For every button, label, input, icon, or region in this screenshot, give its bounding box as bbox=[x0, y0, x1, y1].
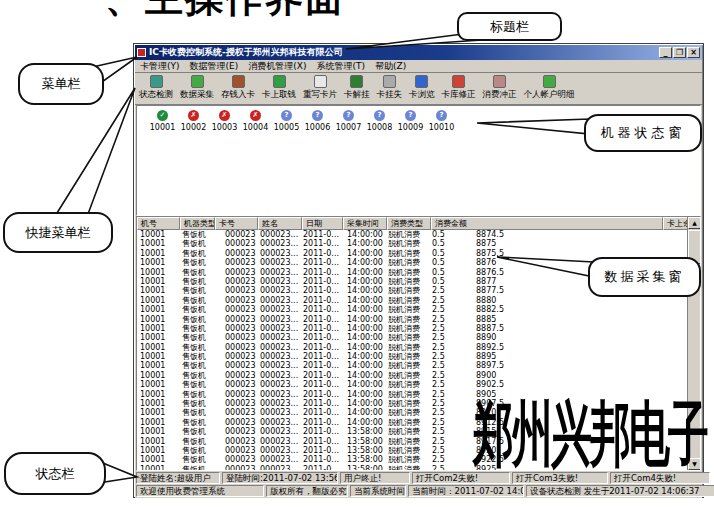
cell-machine-no: 10001 bbox=[137, 277, 179, 286]
table-header-cell[interactable]: 机器类型 bbox=[180, 217, 215, 230]
machine-status-item[interactable]: ✓ 10001 bbox=[147, 110, 178, 132]
cell-date: 2011-0... bbox=[300, 249, 344, 258]
cell-machine-type: 售饭机 bbox=[179, 343, 222, 352]
callout-machine-status: 机器状态窗 bbox=[584, 114, 702, 152]
table-row[interactable]: 10001 售饭机 000023 000023... 2011-0... 14:… bbox=[137, 333, 700, 342]
cell-card-no: 000023 bbox=[222, 455, 257, 464]
table-header-cell[interactable]: 日期 bbox=[302, 217, 343, 230]
cell-machine-type: 售饭机 bbox=[179, 352, 222, 361]
cell-date: 2011-0... bbox=[300, 437, 344, 446]
cell-collect-time: 14:00:00 bbox=[344, 371, 385, 380]
close-button[interactable]: × bbox=[687, 47, 700, 58]
minimize-button[interactable]: _ bbox=[659, 47, 672, 58]
machine-status-item[interactable]: ? 10009 bbox=[395, 110, 426, 132]
toolbar-button[interactable]: 状态检测 bbox=[137, 74, 175, 104]
menu-item[interactable]: 数据管理(E) bbox=[190, 60, 239, 73]
toolbar-button-label: 数据采集 bbox=[180, 89, 214, 101]
cell-card-no: 000023 bbox=[222, 268, 257, 277]
withdraw-from-card-icon bbox=[273, 75, 286, 88]
menu-item[interactable]: 帮助(Z) bbox=[375, 60, 406, 73]
machine-status-item[interactable]: ? 10005 bbox=[271, 110, 302, 132]
cell-name: 000023... bbox=[257, 446, 300, 455]
cell-machine-type: 售饭机 bbox=[179, 371, 222, 380]
cell-balance: 8902.5 bbox=[473, 380, 700, 389]
cell-card-no: 000023 bbox=[222, 315, 257, 324]
window-titlebar[interactable]: IC卡收费控制系统-授权于郑州兴邦科技有限公司 _ ❐ × bbox=[135, 45, 702, 60]
table-header-cell[interactable]: 姓名 bbox=[258, 217, 302, 230]
cell-consume-type: 脱机消费 bbox=[385, 296, 429, 305]
table-row[interactable]: 10001 售饭机 000023 000023... 2011-0... 14:… bbox=[137, 230, 700, 239]
cell-collect-time: 14:00:00 bbox=[344, 230, 385, 239]
machine-status-item[interactable]: ? 10008 bbox=[364, 110, 395, 132]
machine-id: 10003 bbox=[212, 123, 237, 132]
card-browse-icon bbox=[415, 75, 428, 88]
toolbar-button[interactable]: 卡挂失 bbox=[375, 74, 405, 104]
status-panel: 登陆姓名:超级用户 bbox=[136, 472, 220, 484]
machine-status-item[interactable]: ✗ 10004 bbox=[240, 110, 271, 132]
table-row[interactable]: 10001 售饭机 000023 000023... 2011-0... 14:… bbox=[137, 380, 700, 389]
table-row[interactable]: 10001 售饭机 000023 000023... 2011-0... 14:… bbox=[137, 371, 700, 380]
table-row[interactable]: 10001 售饭机 000023 000023... 2011-0... 14:… bbox=[137, 361, 700, 370]
callout-tail-shortcut-bar bbox=[57, 88, 135, 214]
machine-status-item[interactable]: ? 10010 bbox=[426, 110, 457, 132]
toolbar-button[interactable]: 卡解挂 bbox=[342, 74, 372, 104]
table-row[interactable]: 10001 售饭机 000023 000023... 2011-0... 14:… bbox=[137, 324, 700, 333]
toolbar-button[interactable]: 数据采集 bbox=[178, 74, 216, 104]
table-header-cell[interactable]: 消费类型 bbox=[387, 217, 431, 230]
menu-item[interactable]: 消费机管理(X) bbox=[248, 60, 306, 73]
cell-collect-time: 14:00:00 bbox=[344, 361, 385, 370]
table-row[interactable]: 10001 售饭机 000023 000023... 2011-0... 14:… bbox=[137, 352, 700, 361]
scroll-up-icon[interactable]: ▲ bbox=[688, 217, 701, 229]
table-row[interactable]: 10001 售饭机 000023 000023... 2011-0... 14:… bbox=[137, 296, 700, 305]
cell-machine-type: 售饭机 bbox=[179, 286, 222, 295]
cell-name: 000023... bbox=[257, 361, 300, 370]
cell-collect-time: 14:00:00 bbox=[344, 286, 385, 295]
table-row[interactable]: 10001 售饭机 000023 000023... 2011-0... 14:… bbox=[137, 343, 700, 352]
cell-card-no: 000023 bbox=[222, 380, 257, 389]
cell-date: 2011-0... bbox=[300, 380, 344, 389]
table-header-cell[interactable]: 采集时间 bbox=[343, 217, 387, 230]
menu-item[interactable]: 卡管理(Y) bbox=[140, 60, 180, 73]
toolbar-button[interactable]: 卡库修正 bbox=[440, 74, 478, 104]
toolbar-button[interactable]: 个人帐户明细 bbox=[522, 74, 577, 104]
cell-collect-time: 14:00:00 bbox=[344, 305, 385, 314]
toolbar-button[interactable]: 卡浏览 bbox=[407, 74, 437, 104]
cell-collect-time: 14:00:00 bbox=[344, 343, 385, 352]
cell-name: 000023... bbox=[257, 239, 300, 248]
table-row[interactable]: 10001 售饭机 000023 000023... 2011-0... 14:… bbox=[137, 305, 700, 314]
cell-amount: 2.5 bbox=[429, 390, 473, 399]
cell-date: 2011-0... bbox=[300, 427, 344, 436]
cell-date: 2011-0... bbox=[300, 399, 344, 408]
machine-status-item[interactable]: ? 10006 bbox=[302, 110, 333, 132]
callout-title-bar: 标题栏 bbox=[457, 12, 562, 41]
screenshot-page: 、主操作界面 IC卡收费控制系统-授权于郑州兴邦科技有限公司 _ ❐ × 卡管理… bbox=[0, 0, 714, 507]
card-unfreeze-icon bbox=[350, 75, 363, 88]
table-row[interactable]: 10001 售饭机 000023 000023... 2011-0... 14:… bbox=[137, 315, 700, 324]
toolbar-button[interactable]: 存钱入卡 bbox=[219, 74, 257, 104]
cell-machine-no: 10001 bbox=[137, 286, 179, 295]
machine-id: 10009 bbox=[398, 123, 423, 132]
cell-balance: 8874.5 bbox=[473, 230, 700, 239]
cell-consume-type: 脱机消费 bbox=[385, 371, 429, 380]
cell-amount: 2.5 bbox=[429, 408, 473, 417]
cell-consume-type: 脱机消费 bbox=[385, 408, 429, 417]
table-header-cell[interactable]: 消费金额 bbox=[431, 217, 663, 230]
cell-collect-time: 14:00:00 bbox=[344, 296, 385, 305]
cell-card-no: 000023 bbox=[222, 352, 257, 361]
maximize-button[interactable]: ❐ bbox=[673, 47, 686, 58]
card-report-loss-icon bbox=[383, 75, 396, 88]
cell-collect-time: 14:00:00 bbox=[344, 268, 385, 277]
cell-consume-type: 脱机消费 bbox=[385, 268, 429, 277]
toolbar-button[interactable]: 重写卡片 bbox=[301, 74, 339, 104]
machine-status-item[interactable]: ✗ 10003 bbox=[209, 110, 240, 132]
toolbar-button[interactable]: 消费冲正 bbox=[481, 74, 519, 104]
toolbar-button[interactable]: 卡上取钱 bbox=[260, 74, 298, 104]
machine-status-item[interactable]: ✗ 10002 bbox=[178, 110, 209, 132]
machine-status-item[interactable]: ? 10007 bbox=[333, 110, 364, 132]
cell-card-no: 000023 bbox=[222, 258, 257, 267]
table-header-cell[interactable]: 机号 bbox=[137, 217, 180, 230]
cell-consume-type: 脱机消费 bbox=[385, 239, 429, 248]
table-row[interactable]: 10001 售饭机 000023 000023... 2011-0... 14:… bbox=[137, 239, 700, 248]
menu-item[interactable]: 系统管理(T) bbox=[316, 60, 365, 73]
table-header-cell[interactable]: 卡号 bbox=[215, 217, 258, 230]
